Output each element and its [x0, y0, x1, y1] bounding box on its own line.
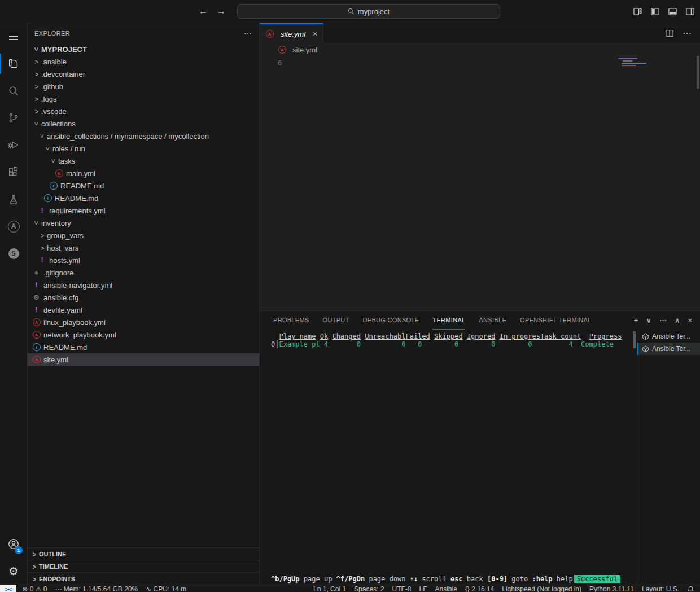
terminal-help-line: ^b/PgUp page up ^f/PgDn page down ↑↓ scr…: [271, 575, 620, 583]
statusbar-cursor-position[interactable]: Ln 1, Col 1: [313, 585, 346, 592]
tree-item-hosts-yml[interactable]: !hosts.yml: [28, 254, 259, 266]
tree-item--vscode[interactable]: >.vscode: [28, 105, 259, 117]
menu-icon[interactable]: [0, 23, 27, 50]
tree-item-ansible-cfg[interactable]: ⚙ansible.cfg: [28, 291, 259, 304]
more-actions-icon[interactable]: ⋯: [659, 316, 667, 324]
panel-tab-openshift-terminal[interactable]: OPENSHIFT TERMINAL: [520, 311, 592, 330]
explorer-title: EXPLORER: [34, 30, 70, 37]
tab-site-yml[interactable]: A site.yml ×: [260, 23, 323, 43]
nav-forward-icon[interactable]: →: [217, 6, 226, 16]
statusbar-eol[interactable]: LF: [419, 585, 427, 592]
tree-item-roles-run[interactable]: >roles / run: [28, 142, 259, 155]
terminal-viewport[interactable]: Play name Ok Changed UnreachablFailed Sk…: [260, 329, 637, 585]
tree-item-requirements-yml[interactable]: !requirements.yml: [28, 204, 259, 217]
statusbar-python-version[interactable]: Python 3.11.11: [589, 585, 634, 592]
statusbar-ansible-version[interactable]: {} 2.16.14: [465, 585, 494, 592]
account-icon[interactable]: 1: [0, 530, 27, 558]
tree-item--devcontainer[interactable]: >.devcontainer: [28, 68, 259, 80]
panel-tab-debug-console[interactable]: DEBUG CONSOLE: [363, 311, 419, 330]
openshift-view-icon[interactable]: S: [0, 240, 27, 267]
breadcrumb[interactable]: A site.yml: [260, 43, 700, 56]
tree-item-group-vars[interactable]: >group_vars: [28, 229, 259, 242]
panel-tab-terminal[interactable]: TERMINAL: [432, 311, 465, 330]
maximize-panel-icon[interactable]: ∧: [675, 316, 680, 324]
new-terminal-icon[interactable]: +: [634, 316, 638, 324]
panel-tab-output[interactable]: OUTPUT: [323, 311, 349, 330]
tree-item-devfile-yaml[interactable]: !devfile.yaml: [28, 304, 259, 316]
run-and-debug-icon[interactable]: [0, 131, 27, 159]
tree-item-tasks[interactable]: >tasks: [28, 155, 259, 167]
remote-indicator[interactable]: ><: [0, 585, 16, 592]
editor-more-actions[interactable]: ⋯: [683, 28, 692, 38]
split-editor-icon[interactable]: [666, 29, 673, 37]
terminal-list-item-2[interactable]: Ansible Ter...: [637, 343, 700, 355]
tree-item-label: README.md: [55, 194, 98, 203]
section-label: TIMELINE: [39, 563, 68, 570]
tree-item-network-playbook-yml[interactable]: Anetwork_playbook.yml: [28, 328, 259, 341]
statusbar-indentation[interactable]: Spaces: 2: [354, 585, 384, 592]
close-tab-icon[interactable]: ×: [313, 29, 317, 38]
ansible-file-icon: A: [32, 356, 41, 363]
editor-scrollbar[interactable]: [697, 56, 699, 89]
terminal-list-item-1[interactable]: Ansible Ter...: [637, 330, 700, 343]
close-panel-icon[interactable]: ×: [688, 316, 692, 324]
tree-item-label: ansible.cfg: [43, 293, 78, 302]
tree-item-label: hosts.yml: [49, 256, 80, 265]
tree-item--gitignore[interactable]: ◆.gitignore: [28, 266, 259, 279]
tree-item-label: .logs: [41, 95, 56, 103]
line-number: 6: [278, 59, 282, 67]
statusbar-resource-memory[interactable]: ⋯ Mem: 1.14/5.64 GB 20%: [55, 585, 138, 592]
toggle-panel-icon[interactable]: [668, 7, 677, 16]
nav-back-icon[interactable]: ←: [199, 6, 208, 16]
terminal-scrollbar[interactable]: [633, 331, 636, 348]
tree-item--github[interactable]: >.github: [28, 80, 259, 93]
testing-icon[interactable]: [0, 186, 27, 213]
tree-item-label: .github: [41, 82, 63, 91]
explorer-more-actions[interactable]: ⋯: [244, 29, 252, 38]
customize-layout-icon[interactable]: [633, 7, 642, 16]
ansible-view-icon[interactable]: A: [0, 213, 27, 240]
tree-item-collections[interactable]: >collections: [28, 117, 259, 130]
tree-item-main-yml[interactable]: Amain.yml: [28, 167, 259, 179]
statusbar-lightspeed[interactable]: Lightspeed (Not logged in): [502, 585, 581, 592]
statusbar-problems[interactable]: ⊗ 0 ⚠ 0: [22, 585, 47, 592]
tree-root-myproject[interactable]: > MYPROJECT: [28, 43, 259, 55]
tree-item--ansible[interactable]: >.ansible: [28, 55, 259, 68]
tree-item-readme-md[interactable]: iREADME.md: [28, 192, 259, 204]
tree-item-label: README.md: [43, 343, 87, 352]
tree-item-linux-playbook-yml[interactable]: Alinux_playbook.yml: [28, 316, 259, 328]
section-endpoints[interactable]: >ENDPOINTS: [28, 572, 259, 585]
statusbar-keyboard-layout[interactable]: Layout: U.S.: [642, 585, 679, 592]
panel-tab-ansible[interactable]: ANSIBLE: [479, 311, 506, 330]
panel-tab-problems[interactable]: PROBLEMS: [273, 311, 309, 330]
search-view-icon[interactable]: [0, 77, 27, 104]
statusbar-language-mode[interactable]: Ansible: [435, 585, 457, 592]
tree-item-readme-md[interactable]: iREADME.md: [28, 341, 259, 353]
explorer-icon[interactable]: [0, 50, 27, 77]
statusbar-resource-cpu[interactable]: ∿ CPU: 14 m: [146, 585, 186, 592]
settings-gear-icon[interactable]: ⚙: [0, 558, 27, 585]
minimap[interactable]: [618, 58, 646, 67]
info-file-icon: i: [32, 343, 41, 351]
extensions-icon[interactable]: [0, 159, 27, 186]
tree-item-host-vars[interactable]: >host_vars: [28, 242, 259, 254]
tree-item-label: host_vars: [47, 244, 78, 252]
editor-content[interactable]: 6: [260, 56, 700, 310]
toggle-secondary-sidebar-icon[interactable]: [686, 7, 694, 16]
tree-item-readme-md[interactable]: iREADME.md: [28, 179, 259, 192]
source-control-icon[interactable]: [0, 104, 27, 131]
section-timeline[interactable]: >TIMELINE: [28, 560, 259, 572]
tree-item--logs[interactable]: >.logs: [28, 93, 259, 105]
command-center-search[interactable]: myproject: [237, 4, 500, 19]
tree-item-ansible-navigator-yml[interactable]: !ansible-navigator.yml: [28, 279, 259, 291]
terminal-dropdown-icon[interactable]: ∨: [646, 316, 651, 324]
bell-icon[interactable]: [687, 586, 694, 592]
tree-item-label: .gitignore: [43, 269, 73, 277]
tree-item-label: roles / run: [53, 144, 85, 153]
section-outline[interactable]: >OUTLINE: [28, 547, 259, 560]
toggle-sidebar-icon[interactable]: [651, 7, 659, 16]
tree-item-inventory[interactable]: >inventory: [28, 217, 259, 229]
statusbar-encoding[interactable]: UTF-8: [392, 585, 411, 592]
tree-item-ansible-collections-mynamespace-mycollection[interactable]: >ansible_collections / mynamespace / myc…: [28, 130, 259, 142]
tree-item-site-yml[interactable]: Asite.yml: [28, 353, 259, 366]
